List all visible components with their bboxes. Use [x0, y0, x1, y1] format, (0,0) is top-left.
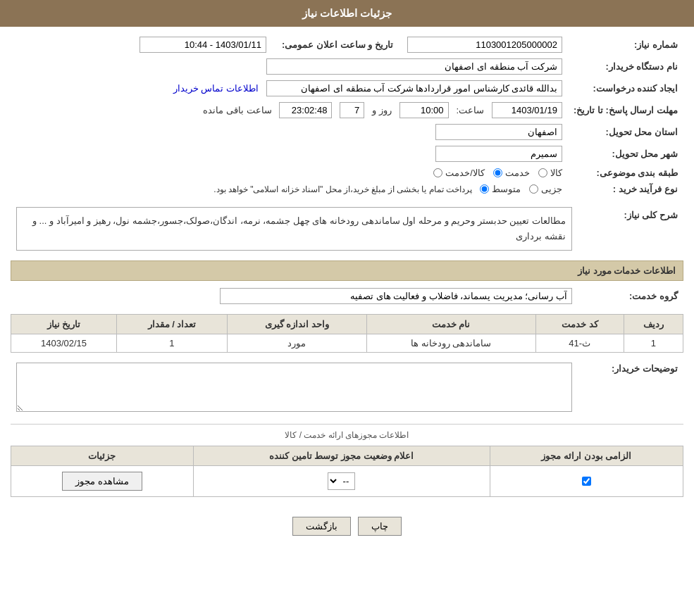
col-vahed: واحد اندازه گیری — [227, 315, 366, 334]
shomara-niaz-input[interactable] — [407, 37, 562, 53]
print-button[interactable]: چاپ — [358, 517, 402, 536]
col-kod: کد خدمت — [535, 315, 624, 334]
ijad-konande-label: ایجاد کننده درخواست: — [568, 77, 683, 99]
cell-tarikh: 1403/02/15 — [11, 334, 117, 353]
col-elzami: الزامی بودن ارائه مجوز — [490, 446, 683, 466]
mohlat-roz-input[interactable] — [340, 102, 364, 118]
mohlat-baqi-label: ساعت باقی مانده — [203, 105, 271, 115]
radio-kala-khadamat-label: کالا/خدمت — [445, 168, 485, 178]
mohlat-time-input[interactable] — [399, 102, 449, 118]
ijad-konande-input[interactable] — [266, 80, 562, 96]
page-header: جزئیات اطلاعات نیاز — [0, 0, 694, 27]
tabaghebandi-radio-group: کالا خدمت کالا/خدمت — [433, 168, 562, 178]
col-nam: نام خدمت — [366, 315, 535, 334]
col-tarikh: تاریخ نیاز — [11, 315, 117, 334]
col-aalam: اعلام وضعیت مجوز توسط تامین کننده — [193, 446, 490, 466]
shahr-label: شهر محل تحویل: — [568, 143, 683, 165]
sharh-value: مطالعات تعیین حدبستر وحریم و مرحله اول س… — [32, 215, 566, 241]
radio-motavasset[interactable] — [480, 184, 489, 194]
col-joziyat: جزئیات — [11, 446, 194, 466]
radio-jozii[interactable] — [529, 184, 538, 194]
license-row: -- مشاهده مجوز — [11, 466, 683, 497]
radio-motavasset-label: متوسط — [492, 184, 521, 194]
gorohe-khadamat-label: گروه خدمت: — [578, 285, 683, 307]
tabaghebandi-label: طبقه بندی موضوعی: — [568, 165, 683, 181]
back-button[interactable]: بازگشت — [292, 517, 351, 536]
ostan-label: استان محل تحویل: — [568, 121, 683, 143]
radio-kala-label: کالا — [550, 168, 562, 178]
info-khadamat-header: اطلاعات خدمات مورد نیاز — [11, 260, 683, 281]
mohlat-label: مهلت ارسال پاسخ: تا تاریخ: — [568, 99, 683, 121]
mohlat-date-input[interactable] — [492, 102, 562, 118]
tarikh-label: تاریخ و ساعت اعلان عمومی: — [272, 34, 399, 56]
page-title: جزئیات اطلاعات نیاز — [302, 7, 392, 19]
shomara-niaz-label: شماره نیاز: — [568, 34, 683, 56]
mohlat-time-label: ساعت: — [456, 105, 484, 115]
aalam-select[interactable]: -- — [328, 472, 355, 490]
cell-nam: ساماندهی رودخانه ها — [366, 334, 535, 353]
farayand-radio-group: جزیی متوسط — [480, 184, 562, 194]
col-tedad: تعداد / مقدار — [117, 315, 228, 334]
tozihat-label: توضیحات خریدار: — [578, 360, 683, 417]
view-license-button[interactable]: مشاهده مجوز — [62, 472, 142, 491]
footer-buttons: چاپ بازگشت — [11, 504, 683, 548]
license-section-title: اطلاعات مجوزهای ارائه خدمت / کالا — [11, 430, 683, 440]
radio-khadamat-label: خدمت — [505, 168, 530, 178]
farayand-text: پرداخت تمام یا بخشی از مبلغ خرید،از محل … — [213, 184, 472, 194]
mohlat-baqi-input[interactable] — [279, 102, 332, 118]
tarikh-input[interactable] — [140, 37, 266, 53]
cell-radif: 1 — [624, 334, 683, 353]
elzami-checkbox[interactable] — [582, 477, 591, 486]
gorohe-khadamat-input[interactable] — [220, 288, 572, 304]
table-row: 1 ث-41 ساماندهی رودخانه ها مورد 1 1403/0… — [11, 334, 683, 353]
ostan-input[interactable] — [435, 124, 562, 140]
cell-kod: ث-41 — [535, 334, 624, 353]
nam-dastgah-input[interactable] — [266, 58, 562, 75]
sharh-label: شرح کلی نیاز: — [578, 204, 683, 253]
cell-tedad: 1 — [117, 334, 228, 353]
shahr-input[interactable] — [435, 146, 562, 162]
mohlat-roz-label: روز و — [372, 105, 392, 115]
radio-kala-khadamat[interactable] — [433, 168, 442, 177]
ijad-konande-link[interactable]: اطلاعات تماس خریدار — [173, 83, 259, 94]
radio-kala[interactable] — [538, 168, 547, 177]
radio-khadamat[interactable] — [493, 168, 502, 177]
cell-vahed: مورد — [227, 334, 366, 353]
sharh-box: مطالعات تعیین حدبستر وحریم و مرحله اول س… — [16, 207, 572, 251]
license-table: الزامی بودن ارائه مجوز اعلام وضعیت مجوز … — [11, 446, 683, 497]
noe-farayand-label: نوع فرآیند خرید : — [568, 181, 683, 197]
radio-jozii-label: جزیی — [541, 184, 562, 194]
khadamat-table: ردیف کد خدمت نام خدمت واحد اندازه گیری ت… — [11, 314, 683, 353]
tozihat-textarea[interactable] — [16, 363, 572, 412]
col-radif: ردیف — [624, 315, 683, 334]
nam-dastgah-label: نام دستگاه خریدار: — [568, 56, 683, 77]
